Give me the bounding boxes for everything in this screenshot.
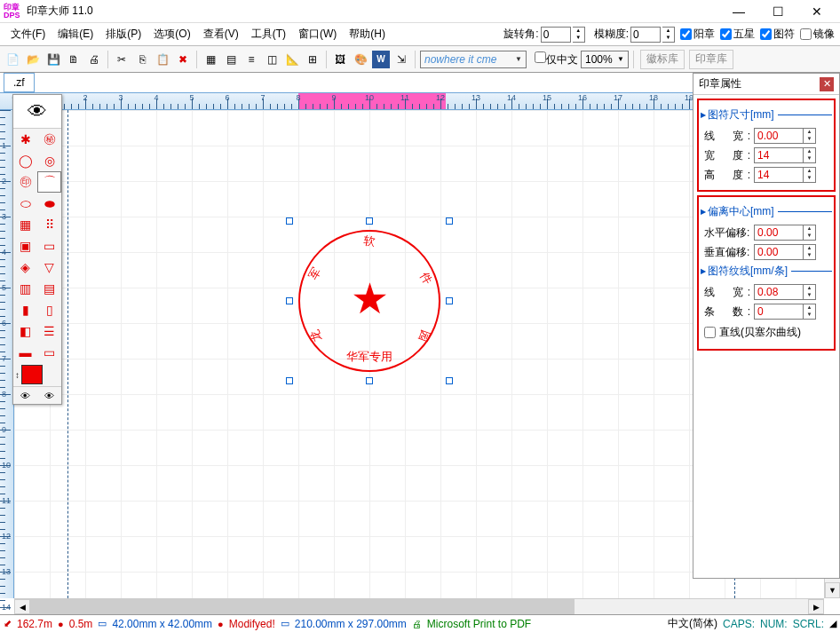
export-icon[interactable]: ⇲ — [392, 51, 410, 68]
saveas-icon[interactable]: 🗎 — [65, 51, 83, 68]
tool-ellipse[interactable]: ⬭ — [13, 193, 37, 214]
count-spinner[interactable]: ▲▼ — [804, 304, 816, 320]
tool-row[interactable]: ▥ — [13, 278, 37, 299]
menu-help[interactable]: 帮助(H) — [344, 25, 391, 43]
copy-icon[interactable]: ⎘ — [133, 51, 151, 68]
width-input[interactable] — [754, 147, 804, 163]
tool-grid[interactable]: ▦ — [13, 214, 37, 235]
tool-rect[interactable]: ▭ — [37, 235, 61, 257]
foreground-color[interactable] — [21, 365, 43, 384]
check-jingxiang[interactable]: 镜像 — [800, 27, 835, 42]
tool-seal[interactable]: ㊙ — [37, 129, 61, 150]
horizontal-scrollbar[interactable]: ◀ ▶ — [14, 598, 824, 614]
rotation-input[interactable] — [541, 27, 571, 43]
minimize-button[interactable]: — — [719, 0, 758, 23]
tool-dots[interactable]: ⠿ — [37, 214, 61, 235]
sel-handle-se[interactable] — [446, 377, 453, 384]
menu-tools[interactable]: 工具(T) — [246, 25, 291, 43]
tool-star[interactable]: ✱ — [13, 129, 37, 150]
tool-circle[interactable]: ◯ — [13, 150, 37, 171]
tool-box2[interactable]: ▭ — [37, 342, 61, 363]
save-icon[interactable]: 💾 — [44, 51, 62, 68]
scroll-down-button[interactable]: ▼ — [825, 582, 840, 598]
palette-eye2-icon[interactable]: 👁 — [37, 387, 61, 404]
color-swap-icon[interactable]: ↕ — [15, 370, 20, 380]
tool-arc-text[interactable]: ⌒ — [37, 171, 61, 193]
tool-col[interactable]: ▤ — [37, 278, 61, 299]
tool-square[interactable]: ▣ — [13, 235, 37, 257]
tool-double-circle[interactable]: ◎ — [37, 150, 61, 171]
menu-edit[interactable]: 编辑(E) — [52, 25, 99, 43]
maximize-button[interactable]: ☐ — [758, 0, 797, 23]
voffset-input[interactable] — [754, 244, 804, 260]
status-resize-icon[interactable]: ◢ — [829, 618, 836, 629]
tool-block1[interactable]: ▮ — [13, 299, 37, 320]
linewidth-input[interactable] — [754, 128, 804, 144]
stamp-library-tab[interactable]: 印章库 — [689, 50, 733, 69]
delete-icon[interactable]: ✖ — [174, 51, 192, 68]
grid-icon[interactable]: ▦ — [202, 51, 219, 68]
hscroll-thumb[interactable] — [30, 599, 575, 614]
word-icon[interactable]: W — [372, 51, 390, 68]
image-icon[interactable]: 🖼 — [331, 51, 349, 68]
align-icon[interactable]: ≡ — [242, 51, 260, 68]
font-combo[interactable]: nowhere it cme▼ — [420, 51, 527, 68]
width-spinner[interactable]: ▲▼ — [804, 147, 816, 163]
sel-handle-sw[interactable] — [286, 377, 293, 384]
tool-diamond[interactable]: ◈ — [13, 257, 37, 278]
blur-spinner[interactable]: ▲▼ — [662, 27, 675, 43]
menu-file[interactable]: 文件(F) — [5, 25, 51, 43]
menu-view[interactable]: 查看(V) — [198, 25, 244, 43]
stamp-object[interactable]: ★ 软 件 军 园 龙 华军专用 — [289, 221, 449, 381]
height-spinner[interactable]: ▲▼ — [804, 167, 816, 183]
height-input[interactable] — [754, 167, 804, 183]
open-icon[interactable]: 📂 — [24, 51, 42, 68]
tool-box1[interactable]: ▬ — [13, 342, 37, 363]
file-tab[interactable]: .zf — [4, 73, 35, 92]
tool-triangle[interactable]: ▽ — [37, 257, 61, 278]
print-icon[interactable]: 🖨 — [85, 51, 103, 68]
linewidth2-spinner[interactable]: ▲▼ — [804, 284, 816, 300]
tool-oval[interactable]: ⬬ — [37, 193, 61, 214]
menu-layout[interactable]: 排版(P) — [100, 25, 147, 43]
hoffset-input[interactable] — [754, 225, 804, 241]
linewidth-spinner[interactable]: ▲▼ — [804, 128, 816, 144]
properties-close-button[interactable]: ✕ — [820, 77, 834, 91]
layer-icon[interactable]: ◫ — [263, 51, 281, 68]
sel-handle-w[interactable] — [286, 297, 293, 304]
color-icon[interactable]: 🎨 — [352, 51, 369, 68]
tool-palette[interactable]: 👁 ✱㊙ ◯◎ ㊞⌒ ⬭⬬ ▦⠿ ▣▭ ◈▽ ▥▤ ▮▯ ◧☰ ▬▭ ↕ 👁👁 — [12, 94, 62, 405]
blur-input[interactable] — [630, 27, 661, 43]
ruler-icon[interactable]: 📐 — [283, 51, 301, 68]
tool-half[interactable]: ◧ — [13, 320, 37, 342]
close-button[interactable]: ✕ — [797, 0, 836, 23]
rotation-spinner[interactable]: ▲▼ — [573, 27, 585, 43]
check-only-chinese[interactable]: 仅中文 — [535, 51, 578, 67]
bezier-checkbox[interactable]: 直线(贝塞尔曲线) — [704, 325, 828, 340]
sel-handle-n[interactable] — [366, 217, 373, 225]
zoom-combo[interactable]: 100%▼ — [581, 51, 629, 68]
check-tufu[interactable]: 图符 — [760, 27, 795, 42]
hoffset-spinner[interactable]: ▲▼ — [804, 225, 816, 241]
tool-text-circle[interactable]: ㊞ — [13, 171, 37, 193]
voffset-spinner[interactable]: ▲▼ — [804, 244, 816, 260]
sel-handle-ne[interactable] — [446, 217, 453, 225]
snap-icon[interactable]: ⊞ — [304, 51, 321, 68]
sel-handle-s[interactable] — [366, 377, 373, 384]
linewidth2-input[interactable] — [754, 284, 804, 300]
count-input[interactable] — [754, 304, 804, 320]
tool-bars[interactable]: ☰ — [37, 320, 61, 342]
badge-library-tab[interactable]: 徽标库 — [640, 50, 685, 69]
menu-window[interactable]: 窗口(W) — [293, 25, 342, 43]
sel-handle-e[interactable] — [446, 297, 453, 304]
cut-icon[interactable]: ✂ — [113, 51, 131, 68]
menu-options[interactable]: 选项(O) — [148, 25, 195, 43]
scroll-right-button[interactable]: ▶ — [808, 599, 824, 614]
check-wuxing[interactable]: 五星 — [720, 27, 755, 42]
check-yangzhang[interactable]: 阳章 — [680, 27, 715, 42]
scroll-left-button[interactable]: ◀ — [14, 599, 30, 614]
sel-handle-nw[interactable] — [286, 217, 293, 225]
new-icon[interactable]: 📄 — [4, 51, 21, 68]
palette-eye1-icon[interactable]: 👁 — [13, 387, 37, 404]
paste-icon[interactable]: 📋 — [154, 51, 171, 68]
